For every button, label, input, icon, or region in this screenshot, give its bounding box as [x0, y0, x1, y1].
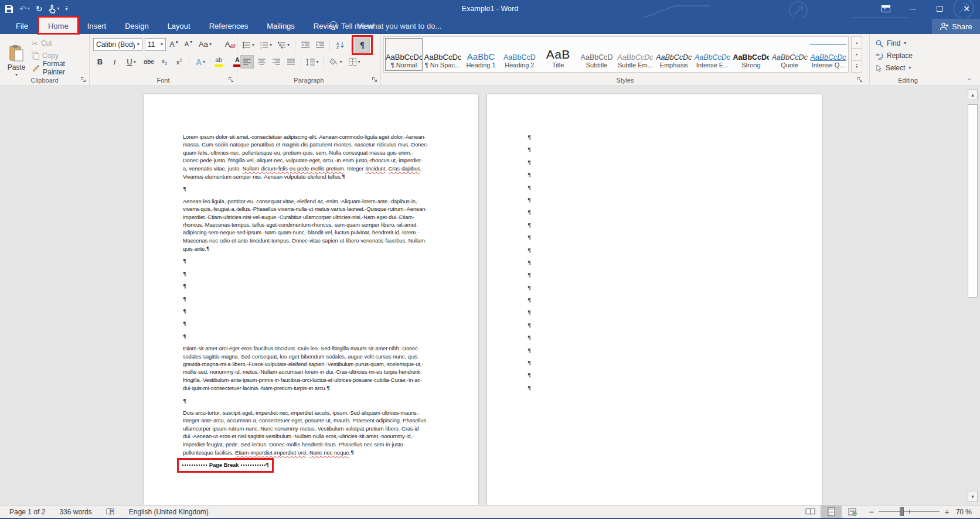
borders-button[interactable]: ▾ [346, 55, 363, 69]
pilcrow-mark: ¶ [206, 245, 210, 252]
text-highlight-button[interactable]: ab [210, 55, 227, 69]
align-right-button[interactable] [270, 55, 283, 69]
document-page-2[interactable]: ¶¶¶¶¶¶¶¶¶¶¶¶¶¶¶¶¶¶¶¶¶ [487, 94, 822, 505]
share-button[interactable]: Share [932, 19, 980, 34]
vertical-scrollbar[interactable]: ▲ ▼ [968, 89, 978, 502]
underline-button[interactable]: U▾ [122, 55, 140, 69]
style-normal[interactable]: AaBbCcDc¶ Normal [385, 38, 423, 71]
maximize-button[interactable] [926, 0, 953, 18]
customize-quick-access-button[interactable]: ▾ [66, 2, 68, 15]
read-mode-button[interactable] [799, 506, 821, 518]
document-page-1[interactable]: Lorem·ipsum·dolor·sit·amet,·consectetuer… [144, 94, 478, 505]
scroll-down-button[interactable]: ▼ [968, 491, 978, 502]
style-strong[interactable]: AaBbCcDcStrong [732, 38, 770, 71]
word-count[interactable]: 336 words [52, 506, 98, 518]
document-text-line: sodales·sagittis·magna.·Sed·consequat,·l… [183, 353, 439, 361]
bold-button[interactable]: B [93, 55, 107, 69]
tab-file[interactable]: File [6, 18, 38, 34]
empty-paragraph: ¶ [528, 359, 822, 367]
page-indicator[interactable]: Page 1 of 2 [0, 506, 52, 518]
style-heading-2[interactable]: AaBbCcDHeading 2 [501, 38, 538, 71]
font-name-combobox[interactable]: Calibri (Body) ▾ [93, 38, 142, 51]
format-painter-button[interactable]: Format Painter [32, 62, 89, 74]
tab-home[interactable]: Home [39, 18, 77, 34]
align-left-button[interactable] [240, 55, 254, 69]
undo-button[interactable]: ↶▾ [19, 2, 30, 15]
tell-me-box[interactable]: Tell me what you want to do... [329, 18, 441, 34]
change-case-button[interactable]: Aa▾ [196, 37, 214, 51]
web-layout-button[interactable] [842, 506, 863, 518]
clipboard-dialog-launcher[interactable] [80, 77, 87, 83]
paragraph-dialog-launcher[interactable] [372, 77, 378, 83]
styles-more-button[interactable]: ▾ [851, 61, 862, 73]
tab-references[interactable]: References [200, 18, 257, 34]
text-effects-button[interactable]: A▾ [192, 55, 209, 69]
styles-gallery: AaBbCcDc¶ NormalAaBbCcDc¶ No Spac...AaBb… [383, 36, 849, 73]
replace-button[interactable]: abac Replace [876, 50, 913, 62]
close-button[interactable]: ✕ [953, 0, 980, 18]
line-spacing-button[interactable]: ▾ [304, 55, 321, 69]
decrease-indent-button[interactable] [298, 39, 312, 52]
grow-font-button[interactable]: A▴ [167, 37, 181, 51]
paragraph: Etiam·sit·amet·orci·eget·eros·faucibus·t… [183, 345, 439, 392]
style-quote[interactable]: AaBbCcDcQuote [771, 38, 808, 71]
clear-formatting-button[interactable]: A [223, 37, 237, 51]
style-emphasis[interactable]: AaBbCcDcEmphasis [655, 38, 693, 71]
style-subtle-em[interactable]: AaBbCcDcSubtle Em... [617, 38, 654, 71]
font-dialog-launcher[interactable] [228, 77, 234, 83]
document-text-line: ¶ [528, 271, 822, 279]
select-button[interactable]: Select ▾ [876, 62, 911, 74]
print-layout-button[interactable] [821, 506, 842, 518]
numbering-button[interactable]: 123▾ [258, 39, 274, 52]
align-center-button[interactable] [255, 55, 268, 69]
shading-button[interactable]: ▾ [327, 55, 345, 69]
pilcrow-mark: ¶ [528, 234, 531, 241]
ribbon-display-options-button[interactable] [872, 0, 899, 18]
pilcrow-mark: ¶ [528, 334, 531, 341]
font-size-combobox[interactable]: 11 ▾ [145, 38, 166, 51]
zoom-level[interactable]: 70 % [955, 508, 980, 516]
styles-scroll-down-button[interactable]: ▾ [851, 49, 862, 60]
paragraph: Lorem·ipsum·dolor·sit·amet,·consectetuer… [183, 134, 439, 180]
language-indicator[interactable]: English (United Kingdom) [122, 506, 216, 518]
tab-layout[interactable]: Layout [159, 18, 199, 34]
touch-mode-button[interactable]: ▾ [48, 2, 59, 15]
style-subtitle[interactable]: AaBbCcDSubtitle [578, 38, 615, 71]
zoom-out-button[interactable]: − [869, 507, 874, 517]
strikethrough-button[interactable]: abc [141, 55, 156, 69]
zoom-slider-thumb[interactable] [900, 507, 904, 516]
show-hide-formatting-marks-button[interactable]: ¶ [355, 37, 370, 53]
redo-button[interactable]: ↻ [36, 2, 43, 15]
style-intense-q[interactable]: AaBbCcDcIntense Q... [809, 38, 847, 71]
increase-indent-button[interactable] [313, 39, 326, 52]
document-text-line: ¶ [183, 308, 439, 315]
find-button[interactable]: Find ▾ [876, 37, 906, 49]
superscript-button[interactable]: x2 [172, 55, 186, 69]
tab-mailings[interactable]: Mailings [258, 18, 304, 34]
multilevel-list-button[interactable]: ▾ [275, 39, 292, 52]
styles-scroll-up-button[interactable]: ▴ [851, 36, 862, 49]
paste-button[interactable]: Paste ▾ [4, 36, 29, 83]
scroll-up-button[interactable]: ▲ [968, 89, 978, 100]
styles-dialog-launcher[interactable] [857, 77, 863, 83]
tab-insert[interactable]: Insert [79, 18, 115, 34]
zoom-slider[interactable] [879, 507, 940, 516]
zoom-in-button[interactable]: + [944, 507, 950, 517]
bullets-button[interactable]: ▾ [240, 39, 257, 52]
tab-design[interactable]: Design [116, 18, 157, 34]
cut-button[interactable]: ✂ Cut [32, 37, 52, 49]
style-heading-1[interactable]: AaBbCHeading 1 [462, 38, 500, 71]
shrink-font-button[interactable]: A▾ [182, 37, 195, 51]
style-intense-e[interactable]: AaBbCcDcIntense E... [694, 38, 731, 71]
minimize-button[interactable] [899, 0, 926, 18]
style-title[interactable]: AaBTitle [539, 38, 577, 71]
justify-button[interactable] [284, 55, 298, 69]
italic-button[interactable]: I [108, 55, 121, 69]
scrollbar-thumb[interactable] [968, 104, 978, 298]
sort-button[interactable]: AZ [333, 39, 348, 52]
collapse-ribbon-button[interactable]: ⌃ [967, 77, 972, 84]
subscript-button[interactable]: x2 [158, 55, 171, 69]
proofing-status-button[interactable] [99, 506, 122, 518]
save-button[interactable] [5, 2, 13, 15]
style-no-spac[interactable]: AaBbCcDc¶ No Spac... [424, 38, 461, 71]
